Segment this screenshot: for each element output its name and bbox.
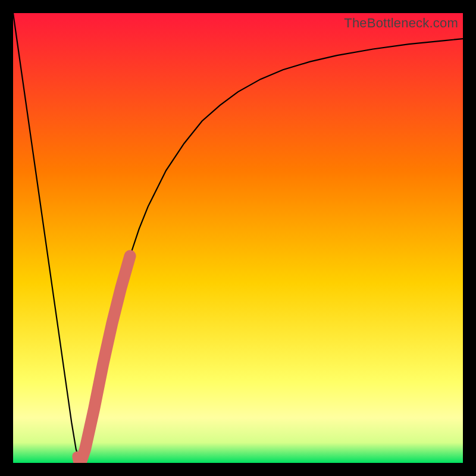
gradient-background (13, 13, 463, 463)
highlight-hook (77, 456, 80, 463)
chart-frame: TheBottleneck.com (0, 0, 476, 476)
bottleneck-chart (13, 13, 463, 463)
watermark-text: TheBottleneck.com (344, 15, 458, 31)
plot-area: TheBottleneck.com (13, 13, 463, 463)
